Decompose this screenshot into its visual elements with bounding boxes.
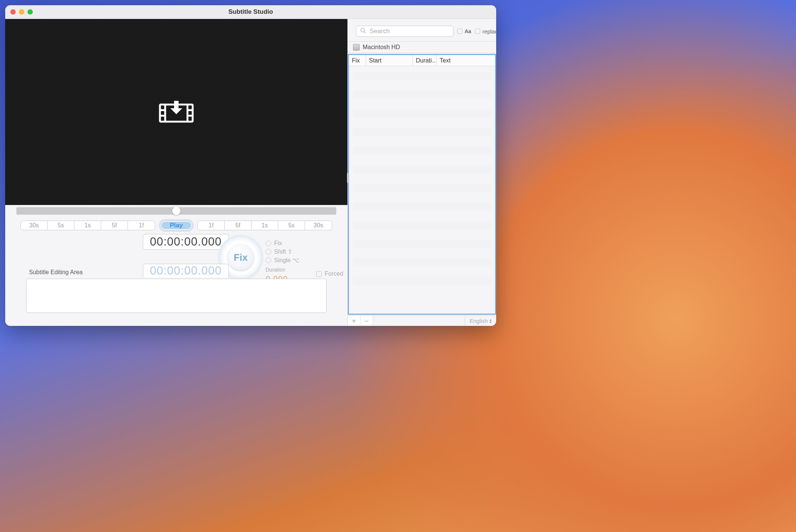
fix-mode-shift[interactable]: Shift ⇧ [266,248,299,255]
table-row[interactable] [353,258,491,266]
play-button-wrap: Play [160,221,192,230]
remove-subtitle-button[interactable]: − [360,316,373,326]
forced-checkbox[interactable]: Forced [316,270,343,277]
subtitle-text-input[interactable] [26,279,327,313]
editing-panel: 00:00:00.000 Fix Fix Shift ⇧ Single ⌥ Du… [5,235,347,326]
svg-rect-7 [174,101,179,109]
footer-spacer [373,316,465,326]
transport-bar: 30s 5s 1s 5f 1f Play 1f 5f 1s 5s 30s [5,217,347,235]
subtitle-list-pane: Aa replace Macintosh HD Fix Start Durati… [347,19,496,326]
file-breadcrumb[interactable]: Macintosh HD [348,42,496,53]
subtitle-start-timecode[interactable]: 00:00:00.000 [143,264,229,278]
window-title: Subtitle Studio [5,8,496,16]
table-row[interactable] [353,202,491,211]
col-fix[interactable]: Fix [349,55,366,66]
seek-fwd-1f[interactable]: 1f [198,221,225,230]
seek-fwd-5s[interactable]: 5s [278,221,305,230]
pane-splitter[interactable] [347,173,349,183]
col-duration[interactable]: Durati… [413,55,437,66]
table-row[interactable] [353,165,491,173]
table-row[interactable] [353,109,491,118]
titlebar[interactable]: Subtitle Studio [5,5,496,19]
col-text[interactable]: Text [437,55,495,66]
seek-fwd-30s[interactable]: 30s [305,221,332,230]
add-subtitle-button[interactable]: + [348,316,360,326]
table-row[interactable] [353,72,491,80]
col-start[interactable]: Start [366,55,413,66]
seek-back-1f[interactable]: 1f [128,221,155,230]
fix-mode-fix[interactable]: Fix [266,240,299,247]
duration-label: Duration [266,267,299,273]
table-row[interactable] [353,277,491,285]
search-row: Aa replace [348,19,496,42]
case-sensitive-checkbox[interactable]: Aa [457,28,471,34]
fix-mode-single[interactable]: Single ⌥ [266,257,299,264]
fix-dial-label: Fix [227,244,254,271]
replace-checkbox[interactable]: replace [475,28,496,35]
seek-forward-group: 1f 5f 1s 5s 30s [198,221,332,230]
search-icon [360,27,366,35]
breadcrumb-label: Macintosh HD [363,44,400,51]
language-select[interactable]: English ▴▾ [465,316,496,326]
table-row[interactable] [353,221,491,229]
playback-scrubber[interactable] [5,205,347,217]
fix-mode-group: Fix Shift ⇧ Single ⌥ Duration 0.000 [266,240,299,284]
svg-point-8 [361,28,365,32]
table-row[interactable] [353,128,491,136]
seek-back-group: 30s 5s 1s 5f 1f [20,221,155,230]
seek-fwd-5f[interactable]: 5f [225,221,251,230]
seek-back-1s[interactable]: 1s [74,221,101,230]
harddrive-icon [353,44,360,51]
table-row[interactable] [353,184,491,192]
video-dropzone[interactable] [5,19,347,205]
table-row[interactable] [353,147,491,155]
current-timecode[interactable]: 00:00:00.000 [143,234,229,250]
seek-fwd-1s[interactable]: 1s [251,221,278,230]
content: 30s 5s 1s 5f 1f Play 1f 5f 1s 5s 30s [5,19,496,326]
table-header: Fix Start Durati… Text [349,55,495,66]
subtitle-table: Fix Start Durati… Text [348,54,496,315]
table-row[interactable] [353,240,491,248]
search-input[interactable] [369,27,449,35]
chevron-updown-icon: ▴▾ [490,318,492,323]
seek-back-30s[interactable]: 30s [21,221,48,230]
seek-back-5s[interactable]: 5s [48,221,74,230]
app-window: Subtitle Studio 30s 5s 1s 5f 1f [5,5,496,326]
play-button[interactable]: Play [161,222,191,229]
table-row[interactable] [353,91,491,99]
subtitle-editor-label: Subtitle Editing Area [29,269,83,276]
table-body[interactable] [349,66,495,314]
svg-line-9 [364,32,366,33]
seek-back-5f[interactable]: 5f [101,221,128,230]
scrubber-knob[interactable] [172,207,180,215]
import-video-icon [158,101,194,123]
table-footer: + − English ▴▾ [348,315,496,326]
search-field[interactable] [356,26,453,37]
left-pane: 30s 5s 1s 5f 1f Play 1f 5f 1s 5s 30s [5,19,347,326]
